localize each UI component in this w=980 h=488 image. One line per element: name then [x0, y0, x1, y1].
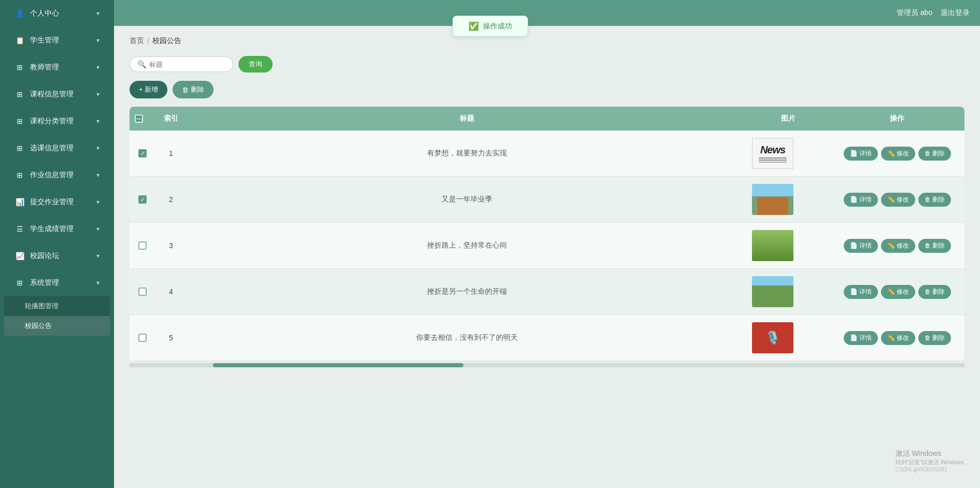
sidebar-label-course-category: 课程分类管理 — [30, 117, 91, 126]
row-checkbox-1[interactable] — [138, 149, 147, 157]
person-icon: 👤 — [15, 8, 25, 19]
sidebar-item-personal[interactable]: 👤 个人中心 ▾ — [4, 1, 110, 26]
row-delete-button-1[interactable]: 🗑 删除 — [918, 147, 951, 161]
table-row: 4 挫折是另一个生命的开端 📄 详情 — [130, 269, 964, 315]
td-title-5: 你要去相信，没有到不了的明天 — [187, 315, 747, 361]
sidebar-label-course-info: 课程信息管理 — [30, 90, 91, 99]
action-buttons-1: 📄 详情 ✏️ 修改 🗑 删除 — [835, 147, 959, 161]
edit-button-3[interactable]: ✏️ 修改 — [881, 239, 915, 253]
td-index-1: 1 — [155, 131, 187, 177]
edit-button-5[interactable]: ✏️ 修改 — [881, 331, 915, 345]
trash-icon-4: 🗑 — [925, 288, 931, 295]
sidebar-system-submenu: 轮播图管理 校园公告 — [4, 296, 110, 336]
td-title-2: 又是一年毕业季 — [187, 177, 747, 223]
detail-button-3[interactable]: 📄 详情 — [844, 239, 878, 253]
sidebar-item-course-category[interactable]: ⊞ 课程分类管理 ▾ — [4, 109, 110, 134]
student-icon: 📋 — [15, 35, 25, 46]
checkbox-wrap-4 — [135, 288, 150, 296]
checkbox-wrap-3 — [135, 241, 150, 250]
news-lines — [759, 157, 787, 163]
td-image-4 — [747, 269, 830, 315]
sidebar-label-forum: 校园论坛 — [30, 251, 91, 261]
edit-icon-4: ✏️ — [887, 288, 895, 295]
th-image: 图片 — [747, 107, 830, 131]
chevron-down-icon-5: ▾ — [96, 118, 100, 125]
sidebar: 👤 个人中心 ▾ 📋 学生管理 ▾ ⊞ 教师管理 ▾ ⊞ 课程信息管理 ▾ ⊞ … — [0, 0, 114, 488]
td-actions-3: 📄 详情 ✏️ 修改 🗑 删除 — [830, 223, 964, 269]
sidebar-label-score: 学生成绩管理 — [30, 224, 91, 234]
sidebar-item-system[interactable]: ⊞ 系统管理 ▾ — [4, 270, 110, 295]
sidebar-item-forum[interactable]: 📈 校园论坛 ▾ — [4, 243, 110, 268]
detail-icon-5: 📄 — [850, 334, 858, 341]
chevron-down-icon-9: ▾ — [96, 225, 100, 233]
breadcrumb-home[interactable]: 首页 — [130, 36, 144, 46]
sidebar-item-score[interactable]: ☰ 学生成绩管理 ▾ — [4, 217, 110, 241]
sidebar-label-personal: 个人中心 — [30, 9, 91, 18]
row-delete-button-4[interactable]: 🗑 删除 — [918, 285, 951, 299]
td-checkbox-1 — [130, 131, 155, 177]
sidebar-item-campus-news[interactable]: 校园公告 — [4, 316, 110, 336]
edit-button-4[interactable]: ✏️ 修改 — [881, 285, 915, 299]
row-checkbox-4[interactable] — [138, 288, 147, 296]
system-icon: ⊞ — [15, 278, 25, 288]
sidebar-item-selection[interactable]: ⊞ 选课信息管理 ▾ — [4, 136, 110, 161]
mic-icon: 🎙️ — [765, 331, 780, 345]
td-index-4: 4 — [155, 269, 187, 315]
detail-button-2[interactable]: 📄 详情 — [844, 193, 878, 207]
td-checkbox-3 — [130, 223, 155, 269]
trash-icon-3: 🗑 — [925, 242, 931, 249]
batch-delete-button[interactable]: 🗑 删除 — [173, 81, 214, 98]
action-buttons-2: 📄 详情 ✏️ 修改 🗑 删除 — [835, 193, 959, 207]
row-delete-button-2[interactable]: 🗑 删除 — [918, 193, 951, 207]
th-index: 索引 — [155, 107, 187, 131]
th-checkbox — [130, 107, 155, 131]
success-toast: ✅ 操作成功 — [452, 16, 528, 37]
score-icon: ☰ — [15, 224, 25, 234]
detail-icon-2: 📄 — [850, 196, 858, 203]
search-input[interactable] — [149, 61, 225, 68]
query-button[interactable]: 查询 — [238, 56, 273, 73]
detail-button-4[interactable]: 📄 详情 — [844, 285, 878, 299]
sidebar-label-teacher: 教师管理 — [30, 63, 91, 72]
sidebar-item-teacher[interactable]: ⊞ 教师管理 ▾ — [4, 55, 110, 80]
sidebar-item-submit-homework[interactable]: 📊 提交作业管理 ▾ — [4, 190, 110, 214]
row-checkbox-5[interactable] — [138, 334, 147, 342]
data-table: 索引 标题 图片 操作 — [130, 107, 964, 361]
header-checkbox[interactable] — [135, 114, 143, 123]
detail-button-1[interactable]: 📄 详情 — [844, 147, 878, 161]
edit-button-2[interactable]: ✏️ 修改 — [881, 193, 915, 207]
logout-button[interactable]: 退出登录 — [941, 8, 970, 18]
search-input-wrap[interactable]: 🔍 — [130, 56, 233, 72]
chevron-down-icon: ▾ — [96, 10, 100, 17]
trash-icon-5: 🗑 — [925, 334, 931, 341]
sidebar-label-system: 系统管理 — [30, 278, 91, 288]
detail-icon-4: 📄 — [850, 288, 858, 295]
scroll-thumb[interactable] — [213, 363, 463, 367]
sidebar-label-student: 学生管理 — [30, 36, 91, 45]
chevron-down-icon-7: ▾ — [96, 171, 100, 179]
edit-icon-5: ✏️ — [887, 334, 895, 341]
edit-button-1[interactable]: ✏️ 修改 — [881, 147, 915, 161]
row-delete-button-3[interactable]: 🗑 删除 — [918, 239, 951, 253]
table-row: 1 有梦想，就要努力去实现 News — [130, 131, 964, 177]
checkbox-wrap-5 — [135, 334, 150, 342]
row-checkbox-2[interactable] — [138, 195, 147, 204]
row-checkbox-3[interactable] — [138, 241, 147, 250]
add-button[interactable]: + 新增 — [130, 81, 167, 98]
table-row: 5 你要去相信，没有到不了的明天 🎙️ — [130, 315, 964, 361]
sidebar-item-carousel[interactable]: 轮播图管理 — [4, 296, 110, 316]
scroll-bar[interactable] — [130, 363, 964, 367]
detail-button-5[interactable]: 📄 详情 — [844, 331, 878, 345]
selection-icon: ⊞ — [15, 143, 25, 153]
td-actions-4: 📄 详情 ✏️ 修改 🗑 删除 — [830, 269, 964, 315]
sidebar-label-selection: 选课信息管理 — [30, 143, 91, 153]
sidebar-item-homework[interactable]: ⊞ 作业信息管理 ▾ — [4, 163, 110, 188]
breadcrumb-current: 校园公告 — [152, 36, 181, 46]
row-delete-button-5[interactable]: 🗑 删除 — [918, 331, 951, 345]
thumbnail-building — [752, 184, 793, 215]
td-checkbox-4 — [130, 269, 155, 315]
td-index-2: 2 — [155, 177, 187, 223]
sidebar-item-course-info[interactable]: ⊞ 课程信息管理 ▾ — [4, 82, 110, 107]
edit-icon-1: ✏️ — [887, 150, 895, 157]
sidebar-item-student[interactable]: 📋 学生管理 ▾ — [4, 28, 110, 53]
